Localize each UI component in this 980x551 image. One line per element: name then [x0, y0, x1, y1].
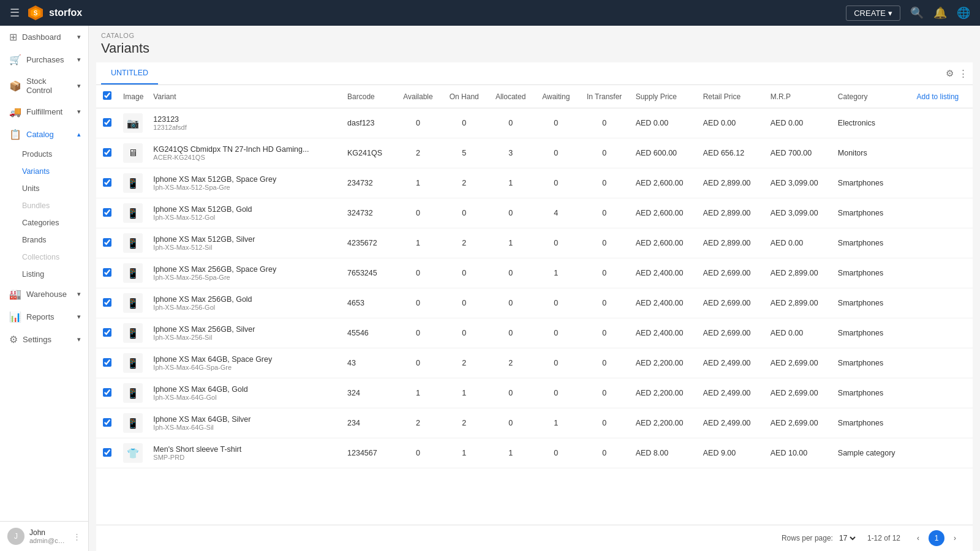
- variant-name: Iphone XS Max 64GB, Space Grey: [153, 355, 337, 364]
- sidebar-item-stock-control[interactable]: 📦 Stock Control ▾: [0, 71, 88, 100]
- header-mrp: M.R.P: [766, 85, 833, 108]
- header-available: Available: [395, 85, 442, 108]
- notification-icon[interactable]: 🔔: [933, 6, 947, 20]
- product-image: 📱: [123, 323, 143, 343]
- filter-icon[interactable]: ⚙: [946, 68, 954, 79]
- row-image-cell: 📱: [118, 288, 148, 318]
- row-allocated: 1: [487, 168, 534, 198]
- row-checkbox-cell: [96, 408, 118, 438]
- row-checkbox-cell: [96, 198, 118, 228]
- add-to-listing-label[interactable]: Add to listing: [917, 92, 959, 101]
- sidebar-item-catalog[interactable]: 📋 Catalog ▴: [0, 123, 88, 146]
- sidebar-sub-units[interactable]: Units: [22, 180, 88, 197]
- row-variant-cell: Iphone XS Max 64GB, SilverIph-XS-Max-64G…: [148, 408, 342, 438]
- sidebar-item-dashboard[interactable]: ⊞ Dashboard ▾: [0, 26, 88, 48]
- row-category: Smartphones: [833, 258, 912, 288]
- more-options-icon[interactable]: ⋮: [959, 68, 968, 79]
- row-checkbox[interactable]: [103, 358, 111, 367]
- row-checkbox-cell: [96, 438, 118, 468]
- sidebar-item-warehouse[interactable]: 🏭 Warehouse ▾: [0, 283, 88, 305]
- table-row: 📱Iphone XS Max 512GB, Space GreyIph-XS-M…: [96, 168, 973, 198]
- main-content: CATALOG Variants UNTITLED ⚙ ⋮: [89, 26, 980, 551]
- warehouse-chevron: ▾: [77, 290, 81, 298]
- select-all-checkbox[interactable]: [103, 91, 111, 100]
- row-checkbox[interactable]: [103, 238, 111, 247]
- row-checkbox[interactable]: [103, 118, 111, 127]
- row-category: Monitors: [833, 138, 912, 168]
- next-page-button[interactable]: ›: [947, 530, 963, 546]
- table-row: 👕Men's Short sleeve T-shirtSMP-PRD123456…: [96, 438, 973, 468]
- row-in-transfer: 0: [578, 168, 631, 198]
- row-available: 2: [395, 138, 442, 168]
- row-on-hand: 0: [441, 288, 487, 318]
- user-more-icon[interactable]: ⋮: [73, 532, 81, 541]
- hamburger-icon[interactable]: ☰: [10, 6, 20, 20]
- header-awaiting: Awaiting: [534, 85, 578, 108]
- row-retail-price: AED 2,499.00: [698, 348, 766, 378]
- product-image: 📱: [123, 413, 143, 433]
- row-checkbox[interactable]: [103, 448, 111, 457]
- dashboard-icon: ⊞: [9, 31, 17, 43]
- row-category: Smartphones: [833, 378, 912, 408]
- sidebar-sub-brands[interactable]: Brands: [22, 231, 88, 249]
- row-awaiting: 0: [534, 348, 578, 378]
- row-barcode: KG241QS: [342, 138, 395, 168]
- row-checkbox[interactable]: [103, 328, 111, 337]
- globe-icon[interactable]: 🌐: [957, 6, 970, 20]
- row-variant-cell: KG241QS Cbmidpx TN 27-Inch HD Gaming...A…: [148, 138, 342, 168]
- row-retail-price: AED 2,499.00: [698, 408, 766, 438]
- tab-bar-actions: ⚙ ⋮: [946, 68, 968, 79]
- row-allocated: 2: [487, 348, 534, 378]
- breadcrumb: CATALOG: [89, 26, 980, 40]
- tab-untitled[interactable]: UNTITLED: [101, 62, 158, 84]
- sidebar-item-label: Fulfillment: [26, 107, 62, 116]
- row-action-cell: [912, 198, 973, 228]
- row-retail-price: AED 2,899.00: [698, 198, 766, 228]
- row-in-transfer: 0: [578, 408, 631, 438]
- sidebar-sub-listing[interactable]: Listing: [22, 266, 88, 283]
- sidebar-sub-categories[interactable]: Categories: [22, 214, 88, 231]
- row-awaiting: 1: [534, 408, 578, 438]
- row-checkbox[interactable]: [103, 268, 111, 277]
- row-awaiting: 0: [534, 168, 578, 198]
- row-action-cell: [912, 348, 973, 378]
- row-action-cell: [912, 228, 973, 258]
- sidebar-item-fulfillment[interactable]: 🚚 Fulfillment ▾: [0, 100, 88, 123]
- create-button[interactable]: CREATE ▾: [846, 6, 900, 21]
- row-checkbox[interactable]: [103, 388, 111, 397]
- rows-per-page-select[interactable]: 17 25 50: [837, 533, 858, 543]
- row-variant-cell: Iphone XS Max 64GB, GoldIph-XS-Max-64G-G…: [148, 378, 342, 408]
- row-supply-price: AED 2,600.00: [631, 168, 698, 198]
- row-mrp: AED 700.00: [766, 138, 833, 168]
- reports-chevron: ▾: [77, 313, 81, 321]
- row-variant-cell: Iphone XS Max 256GB, Space GreyIph-XS-Ma…: [148, 258, 342, 288]
- sidebar-item-purchases[interactable]: 🛒 Purchases ▾: [0, 48, 88, 71]
- row-on-hand: 0: [441, 318, 487, 348]
- row-variant-cell: Men's Short sleeve T-shirtSMP-PRD: [148, 438, 342, 468]
- user-email: admin@compan: [29, 537, 68, 544]
- row-barcode: 324732: [342, 198, 395, 228]
- sidebar-sub-collections: Collections: [22, 249, 88, 266]
- search-icon[interactable]: 🔍: [910, 6, 924, 20]
- row-checkbox[interactable]: [103, 148, 111, 157]
- page-1-button[interactable]: 1: [929, 530, 944, 546]
- sidebar-item-reports[interactable]: 📊 Reports ▾: [0, 305, 88, 328]
- row-on-hand: 2: [441, 168, 487, 198]
- prev-page-button[interactable]: ‹: [910, 530, 926, 546]
- sidebar-item-settings[interactable]: ⚙ Settings ▾: [0, 328, 88, 351]
- row-action-cell: [912, 288, 973, 318]
- product-image: 📷: [123, 113, 143, 133]
- sidebar-item-label: Dashboard: [22, 32, 61, 42]
- table-row: 📱Iphone XS Max 64GB, Space GreyIph-XS-Ma…: [96, 348, 973, 378]
- variant-sku: Iph-XS-Max-512-Sil: [153, 244, 337, 251]
- row-available: 0: [395, 348, 442, 378]
- row-checkbox[interactable]: [103, 418, 111, 427]
- variant-sku: 12312afsdf: [153, 124, 337, 131]
- sidebar-sub-variants[interactable]: Variants: [22, 163, 88, 180]
- row-checkbox[interactable]: [103, 208, 111, 217]
- row-checkbox[interactable]: [103, 178, 111, 187]
- row-checkbox[interactable]: [103, 298, 111, 307]
- logo: S storfox: [27, 4, 82, 21]
- row-available: 0: [395, 438, 442, 468]
- sidebar-sub-products[interactable]: Products: [22, 146, 88, 163]
